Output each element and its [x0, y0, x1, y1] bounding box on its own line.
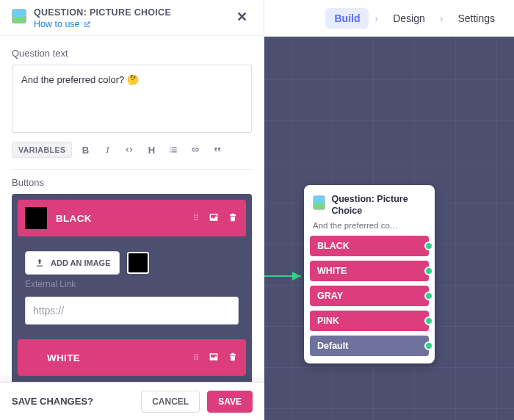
- question-text-input[interactable]: [12, 65, 252, 133]
- node-option-default[interactable]: Default: [310, 336, 429, 356]
- variables-button[interactable]: VARIABLES: [12, 142, 72, 158]
- svg-point-0: [195, 214, 196, 216]
- svg-point-9: [197, 356, 198, 358]
- connector-dot[interactable]: [424, 316, 433, 325]
- connector-dot[interactable]: [424, 292, 433, 300]
- svg-point-6: [195, 354, 196, 355]
- connector-dot[interactable]: [424, 341, 433, 350]
- external-link-icon: [83, 21, 91, 29]
- format-toolbar: VARIABLES B I H: [12, 141, 252, 169]
- external-link-label: External Link: [25, 279, 239, 289]
- svg-point-7: [197, 354, 198, 355]
- node-option[interactable]: GRAY: [310, 286, 429, 306]
- svg-point-1: [197, 214, 198, 216]
- option-expanded: ADD AN IMAGE External Link: [18, 244, 246, 332]
- add-image-button[interactable]: ADD AN IMAGE: [25, 251, 120, 275]
- option-row[interactable]: WHITE: [18, 339, 246, 376]
- node-title: Question: Picture Choice: [331, 194, 426, 217]
- panel-header: QUESTION: PICTURE CHOICE How to use ✕: [0, 0, 264, 36]
- drag-handle-icon[interactable]: [192, 211, 200, 225]
- node-option[interactable]: WHITE: [310, 261, 429, 281]
- drag-handle-icon[interactable]: [192, 351, 200, 365]
- divider: [12, 169, 252, 170]
- color-swatch: [25, 347, 38, 369]
- svg-point-11: [197, 358, 198, 360]
- node-option[interactable]: PINK: [310, 311, 429, 331]
- save-changes-label: SAVE CHANGES?: [12, 396, 134, 407]
- code-button[interactable]: [120, 141, 138, 159]
- link-button[interactable]: [187, 141, 204, 159]
- panel-title: QUESTION: PICTURE CHOICE: [34, 7, 232, 18]
- list-button[interactable]: [164, 141, 182, 159]
- nav-settings[interactable]: Settings: [449, 8, 504, 29]
- option-row[interactable]: BLACK: [18, 200, 246, 236]
- top-nav: Build › Design › Settings: [264, 0, 514, 37]
- flow-node[interactable]: Question: Picture Choice And the preferr…: [304, 185, 435, 363]
- cancel-button[interactable]: CANCEL: [141, 391, 200, 413]
- quote-button[interactable]: [209, 141, 226, 159]
- picture-choice-icon: [12, 9, 26, 23]
- svg-point-10: [195, 358, 196, 360]
- delete-icon[interactable]: [227, 211, 239, 225]
- save-button[interactable]: SAVE: [207, 391, 253, 413]
- question-text-label: Question text: [12, 48, 252, 59]
- heading-button[interactable]: H: [142, 141, 160, 159]
- italic-button[interactable]: I: [98, 141, 116, 159]
- picture-choice-icon: [313, 195, 325, 210]
- connection-arrow: [264, 269, 304, 283]
- node-subtitle: And the preferred co…: [304, 220, 435, 236]
- svg-point-3: [197, 217, 198, 218]
- option-label: WHITE: [47, 352, 183, 363]
- editor-panel: QUESTION: PICTURE CHOICE How to use ✕ Qu…: [0, 0, 264, 420]
- svg-point-5: [197, 219, 198, 220]
- close-icon[interactable]: ✕: [232, 7, 252, 26]
- external-link-input[interactable]: [25, 297, 239, 325]
- nav-design[interactable]: Design: [384, 8, 434, 29]
- nav-build[interactable]: Build: [325, 8, 369, 29]
- bold-button[interactable]: B: [76, 141, 94, 159]
- connector-dot[interactable]: [424, 267, 433, 275]
- flow-canvas[interactable]: Build › Design › Settings Question: Pict…: [264, 0, 514, 420]
- image-icon[interactable]: [208, 351, 220, 365]
- image-icon[interactable]: [208, 211, 220, 225]
- connector-dot[interactable]: [424, 242, 433, 250]
- how-to-use-link[interactable]: How to use: [34, 19, 232, 29]
- delete-icon[interactable]: [227, 351, 239, 365]
- upload-icon: [35, 258, 45, 268]
- option-label: BLACK: [56, 213, 183, 224]
- svg-point-2: [195, 217, 196, 218]
- svg-point-4: [195, 219, 196, 220]
- buttons-label: Buttons: [12, 177, 252, 188]
- color-swatch: [25, 207, 47, 229]
- image-preview[interactable]: [127, 252, 149, 274]
- node-option[interactable]: BLACK: [310, 236, 429, 256]
- save-changes-bar: SAVE CHANGES? CANCEL SAVE: [0, 382, 264, 420]
- svg-point-8: [195, 356, 196, 358]
